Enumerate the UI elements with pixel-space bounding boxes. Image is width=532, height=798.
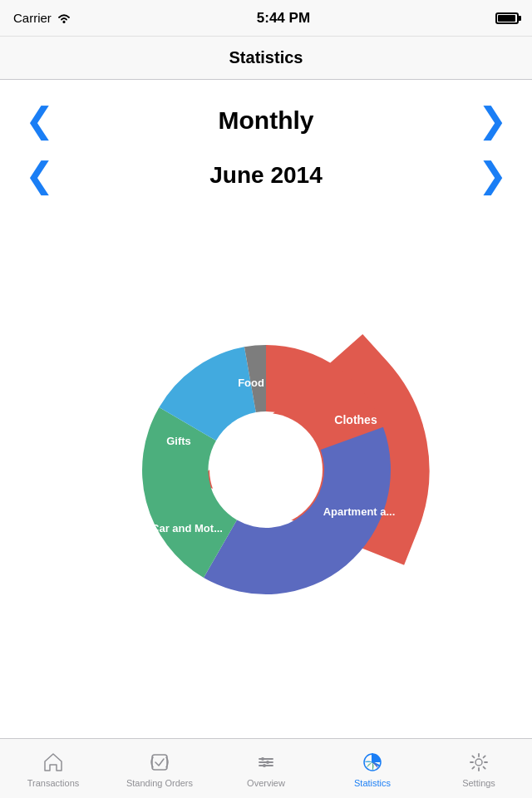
wifi-icon xyxy=(57,12,71,24)
svg-point-6 xyxy=(266,761,269,764)
tab-overview-label: Overview xyxy=(247,778,285,788)
donut-chart: Clothes Apartment a... Car and Mot... Gi… xyxy=(91,295,441,644)
tab-settings[interactable]: Settings xyxy=(426,745,532,793)
label-apartment: Apartment a... xyxy=(323,505,396,518)
svg-point-8 xyxy=(475,759,482,766)
svg-point-7 xyxy=(263,764,266,767)
tab-standing-orders[interactable]: Standing Orders xyxy=(106,745,213,793)
tab-settings-label: Settings xyxy=(462,778,495,788)
date-prev-button[interactable]: ❮ xyxy=(25,158,54,193)
period-label: Monthly xyxy=(219,106,314,135)
label-food: Food xyxy=(238,377,264,389)
settings-icon xyxy=(466,750,491,775)
overview-icon xyxy=(254,750,278,775)
tab-transactions[interactable]: Transactions xyxy=(0,745,106,793)
nav-bar: Statistics xyxy=(0,37,532,80)
status-bar: Carrier 5:44 PM xyxy=(0,0,532,37)
carrier: Carrier xyxy=(13,11,71,25)
standing-orders-icon xyxy=(147,750,172,775)
svg-point-0 xyxy=(62,21,65,23)
nav-title: Statistics xyxy=(229,48,303,67)
status-right xyxy=(495,12,519,24)
tab-bar: Transactions Standing Orders Overv xyxy=(0,738,532,798)
chart-center xyxy=(209,413,323,526)
tab-standing-orders-label: Standing Orders xyxy=(126,778,193,788)
svg-rect-1 xyxy=(152,755,167,770)
date-next-button[interactable]: ❯ xyxy=(478,158,507,193)
label-car: Car and Mot... xyxy=(151,522,223,534)
status-time: 5:44 PM xyxy=(257,10,310,27)
tab-statistics-label: Statistics xyxy=(354,778,391,788)
date-selector: ❮ June 2014 ❯ xyxy=(0,146,532,209)
label-clothes: Clothes xyxy=(334,413,377,426)
date-label: June 2014 xyxy=(209,162,322,189)
main-content: ❮ Monthly ❯ ❮ June 2014 ❯ xyxy=(0,80,532,738)
chart-area: Clothes Apartment a... Car and Mot... Gi… xyxy=(0,209,532,738)
period-selector: ❮ Monthly ❯ xyxy=(0,80,532,146)
period-prev-button[interactable]: ❮ xyxy=(25,103,54,138)
tab-overview[interactable]: Overview xyxy=(213,745,319,793)
tab-statistics[interactable]: Statistics xyxy=(319,745,426,793)
period-next-button[interactable]: ❯ xyxy=(478,103,507,138)
label-gifts: Gifts xyxy=(166,435,191,447)
statistics-icon xyxy=(360,750,385,775)
svg-point-5 xyxy=(261,757,264,761)
home-icon xyxy=(41,750,66,775)
tab-transactions-label: Transactions xyxy=(27,778,80,788)
battery-icon xyxy=(495,12,519,24)
